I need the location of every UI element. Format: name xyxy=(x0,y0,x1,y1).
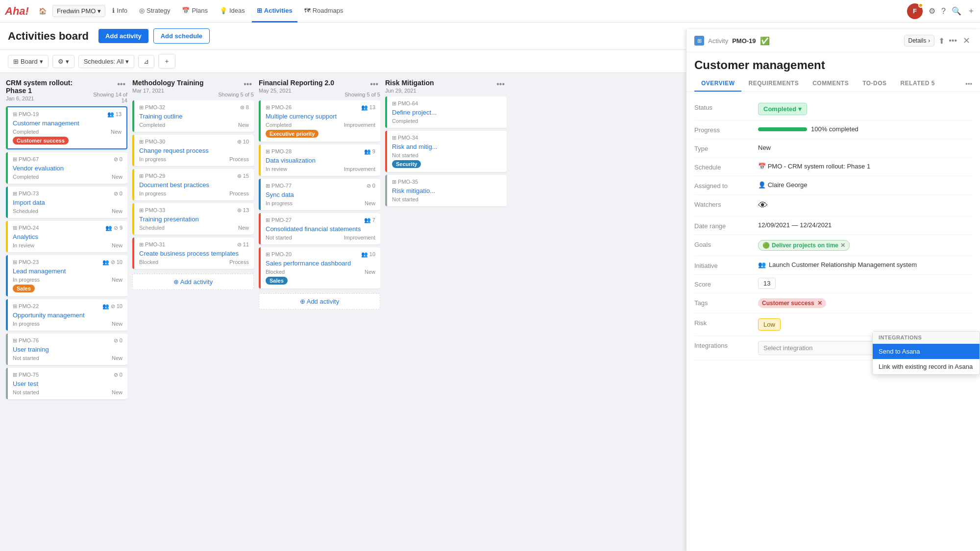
card-title-pmo-19[interactable]: Customer management xyxy=(13,120,122,127)
nav-strategy[interactable]: ◎ Strategy xyxy=(134,0,175,23)
card-title-pmo-33[interactable]: Training presentation xyxy=(139,216,249,223)
panel-export-icon[interactable]: ⬆ xyxy=(938,36,945,46)
card-id-pmo-75: ⊞ PMO-75 xyxy=(13,372,39,378)
board-view-button[interactable]: ⊞ Board ▾ xyxy=(8,55,49,68)
card-title-pmo-22[interactable]: Opportunity management xyxy=(13,311,122,319)
initiative-text: Launch Customer Relationship Management … xyxy=(769,261,917,268)
card-title-pmo-73[interactable]: Import data xyxy=(13,199,122,206)
card-pmo-19[interactable]: ⊞ PMO-19 👥 13 Customer management Comple… xyxy=(6,106,127,149)
card-pmo-35[interactable]: ⊞ PMO-35 Risk mitigatio... Not started xyxy=(385,175,507,206)
settings-button[interactable]: ⚙ ▾ xyxy=(52,55,74,68)
settings-icon[interactable]: ⚙ xyxy=(929,6,935,16)
card-title-pmo-27[interactable]: Consolidated financial statements xyxy=(266,225,375,233)
integration-item-send-asana[interactable]: Send to Asana xyxy=(873,344,980,359)
card-title-pmo-35[interactable]: Risk mitigatio... xyxy=(392,187,502,194)
tag-text-customer-success: Customer success xyxy=(762,300,814,307)
card-title-pmo-30[interactable]: Change request process xyxy=(139,147,249,154)
card-pmo-23[interactable]: ⊞ PMO-23 👥 ⊘ 10 Lead management In progr… xyxy=(6,255,127,296)
card-icons-pmo-23: 👥 ⊘ 10 xyxy=(102,259,122,265)
card-title-pmo-20[interactable]: Sales performance dashboard xyxy=(266,260,375,267)
score-badge: 13 xyxy=(758,278,776,289)
card-pmo-64[interactable]: ⊞ PMO-64 Define project... Completed xyxy=(385,96,507,128)
search-icon[interactable]: 🔍 xyxy=(952,6,961,16)
card-pmo-67[interactable]: ⊞ PMO-67 ⊘ 0 Vendor evaluation Completed… xyxy=(6,152,127,184)
card-title-pmo-77[interactable]: Sync data xyxy=(266,191,375,198)
card-pmo-22[interactable]: ⊞ PMO-22 👥 ⊘ 10 Opportunity management I… xyxy=(6,299,127,331)
card-title-pmo-67[interactable]: Vendor evaluation xyxy=(13,165,122,172)
card-title-pmo-64[interactable]: Define project... xyxy=(392,109,502,116)
filter-button[interactable]: ⊿ xyxy=(138,55,154,68)
card-status-pmo-23: In progress xyxy=(13,277,40,283)
nav-roadmaps[interactable]: 🗺 Roadmaps xyxy=(299,0,348,23)
card-title-pmo-31[interactable]: Create business process templates xyxy=(139,250,249,257)
card-pmo-24[interactable]: ⊞ PMO-24 👥 ⊘ 9 Analytics In review New xyxy=(6,221,127,252)
tab-overview[interactable]: OVERVIEW xyxy=(694,76,741,92)
card-pmo-34[interactable]: ⊞ PMO-34 Risk and mitig... Not started S… xyxy=(385,131,507,172)
card-pmo-76[interactable]: ⊞ PMO-76 ⊘ 0 User training Not started N… xyxy=(6,334,127,365)
col-menu-crm[interactable]: ••• xyxy=(115,79,127,90)
integration-item-link-asana[interactable]: Link with existing record in Asana xyxy=(873,359,980,374)
card-title-pmo-23[interactable]: Lead management xyxy=(13,267,122,275)
card-title-pmo-75[interactable]: User test xyxy=(13,380,122,387)
add-icon[interactable]: ＋ xyxy=(967,6,975,16)
card-pmo-32[interactable]: ⊞ PMO-32 ⊛ 8 Training outline Completed … xyxy=(132,100,254,132)
nav-plans[interactable]: 📅 Plans xyxy=(177,0,213,23)
panel-tab-more-icon[interactable]: ••• xyxy=(965,80,972,88)
card-title-pmo-34[interactable]: Risk and mitig... xyxy=(392,143,502,150)
card-pmo-30[interactable]: ⊞ PMO-30 ⊛ 10 Change request process In … xyxy=(132,135,254,166)
card-title-pmo-24[interactable]: Analytics xyxy=(13,233,122,240)
card-title-pmo-32[interactable]: Training outline xyxy=(139,113,249,120)
panel-details-button[interactable]: Details › xyxy=(904,35,935,47)
add-activity-financial[interactable]: ⊕ Add activity xyxy=(259,293,380,310)
col-menu-methodology[interactable]: ••• xyxy=(242,79,254,90)
card-title-pmo-26[interactable]: Multiple currency support xyxy=(266,113,375,120)
nav-ideas[interactable]: 💡 Ideas xyxy=(215,0,250,23)
field-assigned-to: Assigned to 👤 Claire George xyxy=(694,176,972,195)
tab-todos[interactable]: TO-DOS xyxy=(856,76,893,92)
avatar[interactable]: F xyxy=(907,3,923,19)
plus-icon: ＋ xyxy=(164,57,170,66)
col-menu-risk[interactable]: ••• xyxy=(494,79,507,90)
add-schedule-button[interactable]: Add schedule xyxy=(153,28,210,44)
nav-activities[interactable]: ⊞ Activities xyxy=(252,0,297,23)
panel-more-icon[interactable]: ••• xyxy=(949,36,957,45)
card-type-pmo-32: New xyxy=(238,122,249,128)
card-pmo-77[interactable]: ⊞ PMO-77 ⊘ 0 Sync data In progress New xyxy=(259,179,380,210)
card-title-pmo-76[interactable]: User training xyxy=(13,346,122,353)
col-menu-financial[interactable]: ••• xyxy=(368,79,380,90)
add-column-button[interactable]: ＋ xyxy=(158,54,175,69)
card-bottom-pmo-67: Completed New xyxy=(13,174,122,180)
panel-close-button[interactable]: ✕ xyxy=(961,34,972,47)
goals-remove-icon[interactable]: ✕ xyxy=(840,242,845,249)
home-button[interactable]: 🏠 xyxy=(35,3,50,19)
card-pmo-29[interactable]: ⊞ PMO-29 ⊛ 15 Document best practices In… xyxy=(132,169,254,200)
status-badge[interactable]: Completed ▾ xyxy=(758,103,807,115)
nav-info[interactable]: ℹ Info xyxy=(107,0,132,23)
col-header-risk: Risk Mitigation Jun 29, 2021 ••• xyxy=(385,79,507,94)
card-pmo-28[interactable]: ⊞ PMO-28 👥 9 Data visualization In revie… xyxy=(259,144,380,176)
card-top-pmo-64: ⊞ PMO-64 xyxy=(392,100,502,107)
project-dropdown[interactable]: Fredwin PMO ▾ xyxy=(52,5,105,17)
card-pmo-75[interactable]: ⊞ PMO-75 ⊘ 0 User test Not started New xyxy=(6,368,127,399)
card-id-pmo-26: ⊞ PMO-26 xyxy=(266,104,292,111)
add-activity-button[interactable]: Add activity xyxy=(98,29,148,43)
card-pmo-27[interactable]: ⊞ PMO-27 👥 7 Consolidated financial stat… xyxy=(259,213,380,244)
help-icon[interactable]: ? xyxy=(941,7,946,16)
card-pmo-73[interactable]: ⊞ PMO-73 ⊘ 0 Import data Scheduled New xyxy=(6,187,127,218)
card-pmo-31[interactable]: ⊞ PMO-31 ⊘ 11 Create business process te… xyxy=(132,238,254,269)
card-id-pmo-20: ⊞ PMO-20 xyxy=(266,251,292,258)
card-pmo-20[interactable]: ⊞ PMO-20 👥 10 Sales performance dashboar… xyxy=(259,247,380,288)
tab-related[interactable]: RELATED 5 xyxy=(894,76,942,92)
card-title-pmo-29[interactable]: Document best practices xyxy=(139,181,249,189)
card-pmo-26[interactable]: ⊞ PMO-26 👥 13 Multiple currency support … xyxy=(259,100,380,142)
field-value-type: New xyxy=(758,144,972,151)
card-title-pmo-28[interactable]: Data visualization xyxy=(266,157,375,164)
col-title-methodology: Methodology Training xyxy=(132,79,203,87)
card-pmo-33[interactable]: ⊞ PMO-33 ⊛ 13 Training presentation Sche… xyxy=(132,203,254,235)
tab-comments[interactable]: COMMENTS xyxy=(806,76,856,92)
add-activity-methodology[interactable]: ⊕ Add activity xyxy=(132,274,254,290)
tag-remove-customer-success[interactable]: ✕ xyxy=(817,300,822,307)
schedules-filter-button[interactable]: Schedules: All ▾ xyxy=(78,55,135,68)
card-bottom-pmo-20: Blocked New xyxy=(266,269,375,275)
tab-requirements[interactable]: REQUIREMENTS xyxy=(741,76,806,92)
